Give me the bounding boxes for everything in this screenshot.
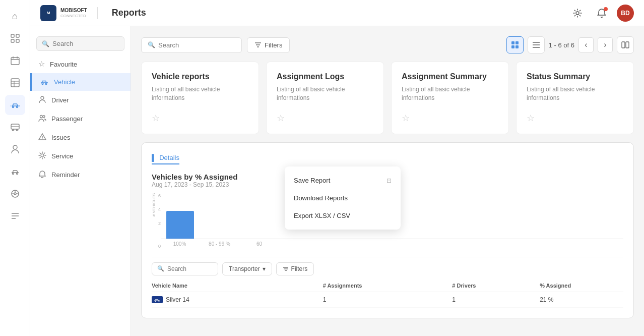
- page-title: Reports: [112, 8, 146, 18]
- passenger-icon: [38, 114, 46, 124]
- svg-point-34: [43, 116, 45, 118]
- search-bar-icon: 🔍: [148, 41, 155, 48]
- table-search-input[interactable]: [167, 265, 213, 272]
- prev-page-button[interactable]: ‹: [578, 37, 594, 52]
- settings-icon[interactable]: [568, 4, 587, 22]
- card-star-vehicle[interactable]: ☆: [152, 113, 248, 124]
- svg-rect-1: [16, 34, 19, 37]
- svg-point-37: [41, 154, 44, 157]
- context-menu: Save Report ⊡ Download Reports Export XL…: [285, 166, 401, 230]
- table-filter-label: Filters: [291, 265, 308, 272]
- download-reports-label: Download Reports: [294, 194, 348, 202]
- svg-point-22: [14, 193, 16, 195]
- steering-icon[interactable]: [5, 184, 25, 204]
- search-bar[interactable]: 🔍: [141, 37, 242, 53]
- svg-rect-49: [626, 42, 629, 48]
- svg-point-30: [42, 83, 43, 85]
- split-view-button[interactable]: [617, 36, 634, 53]
- nav-item-issues[interactable]: Issues: [30, 128, 131, 147]
- report-card-assignment-summary[interactable]: Assignment Summary Listing of all basic …: [391, 62, 509, 134]
- search-input[interactable]: [158, 41, 229, 49]
- svg-rect-44: [516, 45, 519, 48]
- table-search-icon: 🔍: [157, 265, 164, 272]
- person-icon[interactable]: [5, 139, 25, 159]
- logo-icon: M: [47, 11, 50, 15]
- nav-item-service[interactable]: Service: [30, 147, 131, 165]
- grid-view-button[interactable]: [506, 36, 524, 53]
- driver-icon: [38, 95, 46, 105]
- y-axis-label: # VEHICLES: [152, 193, 156, 216]
- car-icon[interactable]: [5, 95, 25, 115]
- table-filter-button[interactable]: Filters: [276, 262, 314, 275]
- bus-icon[interactable]: [5, 117, 25, 137]
- list-view-button[interactable]: [528, 36, 545, 53]
- nav-item-driver[interactable]: Driver: [30, 91, 131, 109]
- svg-point-12: [12, 106, 14, 108]
- card-star-status-summary[interactable]: ☆: [527, 113, 623, 124]
- svg-rect-8: [11, 79, 19, 87]
- details-tab[interactable]: ▌ Details: [152, 154, 179, 164]
- svg-point-18: [13, 145, 17, 149]
- x-label-100: 100%: [166, 241, 194, 247]
- nav-label-reminder: Reminder: [51, 171, 80, 179]
- sidebar-icon-bar: ⌂: [0, 0, 30, 336]
- header-left: M MOBISOFT CONNECTED Reports: [40, 5, 146, 21]
- svg-point-53: [155, 301, 156, 302]
- nav-search-wrap[interactable]: 🔍: [36, 36, 124, 51]
- header: M MOBISOFT CONNECTED Reports BD: [30, 0, 644, 26]
- svg-point-29: [576, 12, 579, 15]
- home-icon[interactable]: ⌂: [5, 6, 25, 26]
- table-search[interactable]: 🔍: [152, 262, 218, 275]
- card-star-assignment-logs[interactable]: ☆: [277, 113, 373, 124]
- avatar[interactable]: BD: [617, 5, 634, 22]
- col-vehicle-name: Vehicle Name: [152, 283, 319, 289]
- org-icon[interactable]: [5, 28, 25, 48]
- card-title-assignment-logs: Assignment Logs: [277, 72, 373, 81]
- nav-label-driver: Driver: [51, 96, 69, 104]
- issues-icon: [38, 133, 46, 142]
- table-toolbar: 🔍 Transporter ▾ Filters: [152, 257, 623, 279]
- header-right: BD: [568, 4, 634, 22]
- card-star-assignment-summary[interactable]: ☆: [402, 113, 498, 124]
- context-download-reports[interactable]: Download Reports: [285, 189, 401, 207]
- nav-search-input[interactable]: [52, 40, 119, 47]
- car2-icon[interactable]: [5, 161, 25, 182]
- svg-rect-2: [11, 39, 14, 42]
- card-title-vehicle: Vehicle reports: [152, 72, 248, 81]
- bar-80-99: [206, 234, 234, 239]
- col-percent: % Assigned: [540, 283, 623, 289]
- svg-rect-42: [516, 41, 519, 44]
- list-icon[interactable]: [5, 206, 25, 226]
- reminder-icon: [38, 170, 46, 180]
- filter-label: Filters: [265, 41, 282, 49]
- nav-item-vehicle[interactable]: Vehicle: [30, 73, 131, 91]
- svg-rect-41: [511, 41, 514, 44]
- svg-rect-48: [622, 42, 625, 48]
- nav-item-passenger[interactable]: Passenger: [30, 109, 131, 128]
- svg-point-36: [42, 138, 42, 139]
- report-card-assignment-logs[interactable]: Assignment Logs Listing of all basic veh…: [266, 62, 384, 134]
- toolbar-left: 🔍 Filters: [141, 37, 290, 53]
- report-card-vehicle[interactable]: Vehicle reports Listing of all basic veh…: [141, 62, 259, 134]
- nav-label-passenger: Passenger: [51, 115, 83, 123]
- notification-icon[interactable]: [593, 4, 611, 22]
- save-report-icon: ⊡: [387, 177, 392, 184]
- assignments-cell: 1: [323, 296, 448, 303]
- transporter-dropdown[interactable]: Transporter ▾: [222, 262, 272, 275]
- next-page-button[interactable]: ›: [598, 37, 613, 52]
- data-table-icon[interactable]: [5, 73, 25, 93]
- calendar-icon[interactable]: [5, 50, 25, 71]
- card-title-assignment-summary: Assignment Summary: [402, 72, 498, 81]
- bar-100: [166, 211, 194, 239]
- context-save-report[interactable]: Save Report ⊡: [285, 172, 401, 189]
- vehicle-nav-icon: [40, 78, 49, 86]
- nav-item-favourite[interactable]: ☆ Favourite: [30, 55, 131, 73]
- dropdown-arrow: ▾: [263, 265, 266, 272]
- cards-grid: Vehicle reports Listing of all basic veh…: [141, 62, 634, 134]
- service-icon: [38, 151, 46, 161]
- filter-button[interactable]: Filters: [247, 37, 290, 53]
- x-label-80-99: 80 - 99 %: [206, 241, 233, 247]
- report-card-status-summary[interactable]: Status Summary Listing of all basic vehi…: [516, 62, 634, 134]
- nav-item-reminder[interactable]: Reminder: [30, 165, 131, 184]
- context-export-xlsx[interactable]: Export XLSX / CSV: [285, 207, 401, 225]
